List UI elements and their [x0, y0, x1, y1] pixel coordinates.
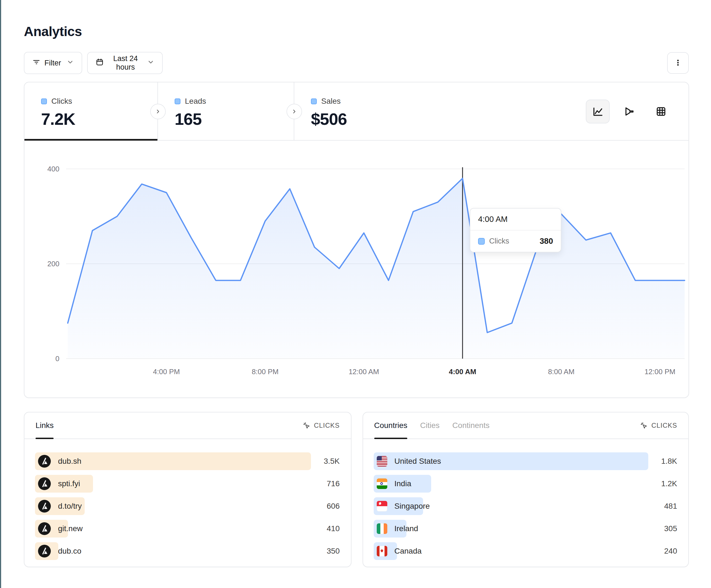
- item-label: d.to/try: [58, 502, 82, 511]
- tab-countries[interactable]: Countries: [374, 412, 408, 438]
- item-value: 606: [311, 502, 340, 511]
- dub-logo-icon: [38, 545, 51, 558]
- tooltip-series-label: Clicks: [489, 237, 509, 246]
- y-axis-tick-label: 0: [56, 355, 59, 363]
- bar-track: spti.fyi: [35, 475, 311, 493]
- breakdown-panels: Links CLICKS dub.sh 3.5K: [24, 412, 689, 567]
- chart-type-switcher: [586, 99, 673, 123]
- countries-metric-header[interactable]: CLICKS: [640, 421, 677, 430]
- bar-track: Canada: [374, 542, 649, 560]
- tab-continents[interactable]: Continents: [452, 412, 490, 438]
- date-range-button[interactable]: Last 24 hours: [87, 52, 163, 74]
- item-value: 3.5K: [311, 457, 340, 466]
- metric-label: Clicks: [51, 97, 72, 106]
- list-item[interactable]: Canada 240: [374, 542, 677, 560]
- tab-cities[interactable]: Cities: [420, 412, 439, 438]
- x-axis-tick-label: 8:00 AM: [548, 367, 575, 376]
- tab-clicks[interactable]: Clicks 7.2K: [24, 82, 158, 140]
- expand-leads-sales-button[interactable]: [286, 104, 302, 119]
- x-axis-tick-label: 4:00 AM: [449, 367, 476, 376]
- cursor-click-icon: [302, 421, 311, 430]
- tab-leads[interactable]: Leads 165: [158, 82, 294, 140]
- filter-button[interactable]: Filter: [24, 52, 82, 74]
- list-item[interactable]: git.new 410: [35, 520, 340, 538]
- list-item[interactable]: India 1.2K: [374, 475, 677, 493]
- item-label: Canada: [394, 547, 422, 556]
- item-value: 1.8K: [648, 457, 677, 466]
- leads-legend-square: [175, 98, 180, 104]
- y-axis-tick-label: 200: [47, 259, 59, 268]
- list-item[interactable]: dub.co 350: [35, 542, 340, 560]
- item-label: United States: [394, 457, 441, 466]
- area-fill: [68, 178, 685, 359]
- item-label: dub.co: [58, 547, 81, 556]
- cursor-click-icon: [640, 421, 648, 430]
- funnel-view-button[interactable]: [618, 99, 641, 123]
- chevron-down-icon: [147, 59, 154, 68]
- bar-track: Ireland: [374, 520, 649, 538]
- page-title: Analytics: [24, 24, 689, 39]
- dub-logo-icon: [38, 455, 51, 468]
- item-label: dub.sh: [58, 457, 81, 466]
- line-chart-icon: [591, 106, 604, 118]
- item-value: 305: [648, 524, 677, 533]
- list-item[interactable]: spti.fyi 716: [35, 475, 340, 493]
- countries-panel: Countries Cities Continents CLICKS Unite…: [363, 412, 689, 567]
- more-options-button[interactable]: [667, 52, 689, 74]
- bar-track: git.new: [35, 520, 311, 538]
- tooltip-time: 4:00 AM: [470, 208, 561, 230]
- item-label: Singapore: [394, 502, 430, 511]
- tab-links[interactable]: Links: [36, 412, 53, 438]
- toolbar: Filter Last 24 hours: [24, 52, 689, 74]
- bar-track: d.to/try: [35, 497, 311, 515]
- item-label: Ireland: [394, 524, 418, 533]
- list-item[interactable]: United States 1.8K: [374, 452, 677, 470]
- metric-label: Leads: [185, 97, 206, 106]
- item-value: 1.2K: [648, 479, 677, 488]
- item-label: spti.fyi: [58, 479, 80, 488]
- tooltip-legend-square: [478, 238, 485, 245]
- chevron-down-icon: [67, 59, 74, 68]
- bar-track: Singapore: [374, 497, 649, 515]
- list-item[interactable]: Singapore 481: [374, 497, 677, 515]
- y-axis-tick-label: 400: [47, 165, 59, 173]
- table-view-button[interactable]: [649, 99, 673, 123]
- item-value: 350: [311, 547, 340, 556]
- list-item[interactable]: dub.sh 3.5K: [35, 452, 340, 470]
- flag-singapore-icon: [377, 501, 387, 512]
- clicks-legend-square: [41, 98, 47, 104]
- item-label: India: [394, 479, 411, 488]
- sales-legend-square: [311, 98, 317, 104]
- analytics-page: Analytics Filter Last 24 hours: [0, 0, 711, 588]
- list-item[interactable]: Ireland 305: [374, 520, 677, 538]
- clicks-time-series-chart[interactable]: 02004004:00 PM8:00 PM12:00 AM4:00 AM8:00…: [24, 141, 689, 398]
- expand-clicks-leads-button[interactable]: [150, 104, 166, 119]
- dub-logo-icon: [38, 500, 51, 513]
- funnel-icon: [623, 106, 635, 118]
- line-chart-view-button[interactable]: [586, 99, 610, 123]
- calendar-icon: [95, 58, 104, 68]
- item-label: git.new: [58, 524, 83, 533]
- metric-label: Sales: [321, 97, 341, 106]
- item-value: 716: [311, 479, 340, 488]
- metric-value: 165: [175, 110, 294, 129]
- bar-track: India: [374, 475, 649, 493]
- bar-track: dub.sh: [35, 452, 311, 470]
- flag-india-icon: [377, 478, 387, 489]
- links-panel: Links CLICKS dub.sh 3.5K: [24, 412, 351, 567]
- links-metric-header[interactable]: CLICKS: [302, 421, 340, 430]
- filter-icon: [32, 58, 41, 68]
- dub-logo-icon: [38, 477, 51, 490]
- grid-icon: [655, 106, 667, 118]
- flag-united-states-icon: [377, 456, 387, 467]
- x-axis-tick-label: 4:00 PM: [153, 367, 180, 376]
- chart-canvas[interactable]: 02004004:00 PM8:00 PM12:00 AM4:00 AM8:00…: [24, 141, 689, 398]
- dub-logo-icon: [38, 522, 51, 535]
- metric-tabs: Clicks 7.2K Leads 165 Sales $506: [24, 82, 689, 141]
- list-item[interactable]: d.to/try 606: [35, 497, 340, 515]
- bar-track: dub.co: [35, 542, 311, 560]
- flag-canada-icon: [377, 546, 387, 557]
- chevron-right-icon: [155, 109, 161, 115]
- analytics-card: Clicks 7.2K Leads 165 Sales $506: [24, 82, 689, 398]
- x-axis-tick-label: 12:00 AM: [349, 367, 379, 376]
